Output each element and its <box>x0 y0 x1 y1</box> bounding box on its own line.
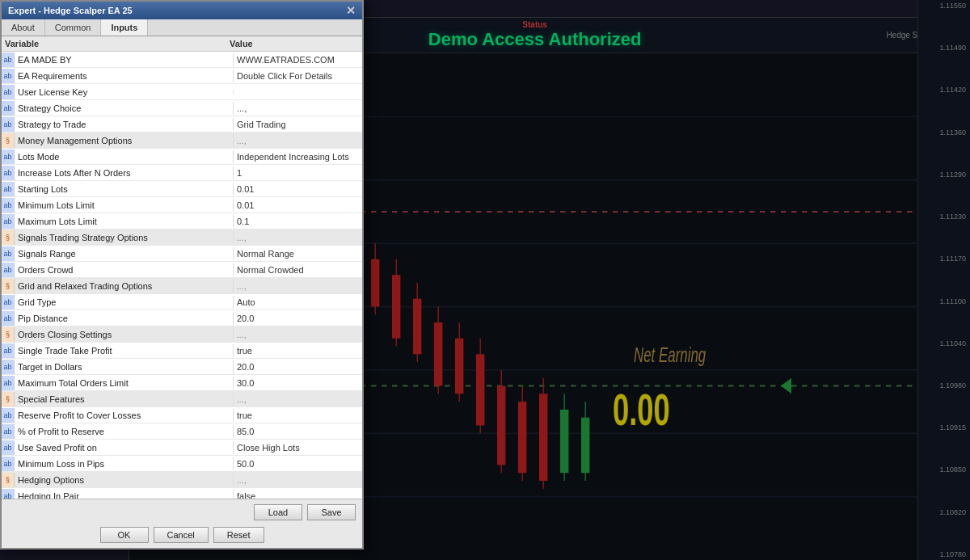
param-icon-14: § <box>2 279 15 293</box>
param-value-7[interactable]: 1 <box>233 166 362 179</box>
param-value-3[interactable]: ..., <box>233 102 362 115</box>
param-row-17[interactable]: §Orders Closing Settings..., <box>2 326 362 343</box>
tab-inputs[interactable]: Inputs <box>101 19 148 36</box>
param-row-2[interactable]: abUser License Key <box>2 84 362 100</box>
param-name-8: Starting Lots <box>15 183 233 196</box>
param-value-13[interactable]: Normal Crowded <box>233 263 362 276</box>
reset-button[interactable]: Reset <box>213 527 264 543</box>
param-row-6[interactable]: abLots ModeIndependent Increasing Lots <box>2 149 362 165</box>
param-value-25[interactable]: 50.0 <box>233 457 362 470</box>
param-name-26: Hedging Options <box>15 474 233 486</box>
param-row-11[interactable]: §Signals Trading Strategy Options..., <box>2 229 362 246</box>
param-icon-5: § <box>2 133 15 148</box>
param-row-20[interactable]: abMaximum Total Orders Limit30.0 <box>2 375 362 391</box>
param-name-21: Special Features <box>15 393 233 406</box>
ok-button[interactable]: OK <box>100 527 149 543</box>
param-icon-19: ab <box>2 360 15 374</box>
param-icon-24: ab <box>2 440 15 455</box>
param-value-18[interactable]: true <box>233 344 362 357</box>
param-row-22[interactable]: abReserve Profit to Cover Lossestrue <box>2 407 362 423</box>
load-button[interactable]: Load <box>254 504 302 520</box>
param-value-4[interactable]: Grid Trading <box>233 118 362 131</box>
param-row-26[interactable]: §Hedging Options..., <box>2 472 362 488</box>
param-name-23: % of Profit to Reserve <box>15 425 233 438</box>
param-icon-27: ab <box>2 489 15 499</box>
param-value-8[interactable]: 0.01 <box>233 183 362 196</box>
tab-about[interactable]: About <box>2 19 45 36</box>
param-name-5: Money Management Options <box>15 134 233 147</box>
param-name-19: Target in Dollars <box>15 360 233 373</box>
param-value-27[interactable]: false <box>233 490 362 499</box>
param-value-2[interactable] <box>233 91 362 94</box>
param-name-3: Strategy Choice <box>15 102 233 115</box>
param-value-0[interactable]: WWW.EATRADES.COM <box>233 53 362 66</box>
save-button[interactable]: Save <box>307 504 356 520</box>
param-row-9[interactable]: abMinimum Lots Limit0.01 <box>2 197 362 213</box>
param-value-5: ..., <box>233 134 362 147</box>
param-value-9[interactable]: 0.01 <box>233 199 362 212</box>
param-icon-20: ab <box>2 376 15 390</box>
param-row-27[interactable]: abHedging In Pairfalse <box>2 488 362 499</box>
param-row-12[interactable]: abSignals RangeNormal Range <box>2 246 362 262</box>
param-row-25[interactable]: abMinimum Loss in Pips50.0 <box>2 456 362 472</box>
dialog-title-text: Expert - Hedge Scalper EA 25 <box>8 6 133 15</box>
param-row-5[interactable]: §Money Management Options..., <box>2 133 362 149</box>
param-row-23[interactable]: ab% of Profit to Reserve85.0 <box>2 423 362 440</box>
param-row-21[interactable]: §Special Features..., <box>2 391 362 407</box>
expert-dialog: Expert - Hedge Scalper EA 25 ✕ About Com… <box>0 0 364 549</box>
param-name-7: Increase Lots After N Orders <box>15 166 233 179</box>
param-name-25: Minimum Loss in Pips <box>15 457 233 470</box>
param-icon-25: ab <box>2 457 15 471</box>
dialog-footer: Load Save OK Cancel Reset <box>2 499 362 548</box>
param-row-1[interactable]: abEA RequirementsDouble Click For Detail… <box>2 68 362 84</box>
param-name-11: Signals Trading Strategy Options <box>15 231 233 244</box>
param-name-15: Grid Type <box>15 296 233 309</box>
param-row-4[interactable]: abStrategy to TradeGrid Trading <box>2 116 362 133</box>
param-icon-26: § <box>2 473 15 487</box>
param-icon-0: ab <box>2 53 15 67</box>
param-row-16[interactable]: abPip Distance20.0 <box>2 310 362 326</box>
param-icon-8: ab <box>2 182 15 196</box>
param-name-10: Maximum Lots Limit <box>15 215 233 228</box>
param-value-17: ..., <box>233 328 362 341</box>
param-value-14: ..., <box>233 280 362 293</box>
tab-common[interactable]: Common <box>45 19 102 36</box>
param-value-16[interactable]: 20.0 <box>233 312 362 325</box>
param-row-19[interactable]: abTarget in Dollars20.0 <box>2 359 362 375</box>
param-value-1[interactable]: Double Click For Details <box>233 69 362 82</box>
param-name-22: Reserve Profit to Cover Losses <box>15 409 233 422</box>
param-icon-9: ab <box>2 198 15 213</box>
param-row-14[interactable]: §Grid and Relaxed Trading Options..., <box>2 278 362 294</box>
cancel-button[interactable]: Cancel <box>154 527 209 543</box>
param-value-24[interactable]: Close High Lots <box>233 441 362 454</box>
param-value-23[interactable]: 85.0 <box>233 425 362 438</box>
param-value-10[interactable]: 0.1 <box>233 215 362 228</box>
param-name-0: EA MADE BY <box>15 53 233 66</box>
param-icon-4: ab <box>2 117 15 132</box>
dialog-overlay: Expert - Hedge Scalper EA 25 ✕ About Com… <box>0 0 970 560</box>
param-name-14: Grid and Relaxed Trading Options <box>15 280 233 293</box>
param-name-24: Use Saved Profit on <box>15 441 233 454</box>
dialog-close-button[interactable]: ✕ <box>346 5 356 16</box>
param-row-3[interactable]: abStrategy Choice..., <box>2 100 362 116</box>
param-value-20[interactable]: 30.0 <box>233 377 362 389</box>
param-value-22[interactable]: true <box>233 409 362 422</box>
param-row-24[interactable]: abUse Saved Profit onClose High Lots <box>2 440 362 456</box>
param-row-13[interactable]: abOrders CrowdNormal Crowded <box>2 262 362 278</box>
params-list: abEA MADE BYWWW.EATRADES.COMabEA Require… <box>2 52 362 499</box>
param-name-16: Pip Distance <box>15 312 233 325</box>
param-value-15[interactable]: Auto <box>233 296 362 309</box>
param-value-12[interactable]: Normal Range <box>233 247 362 260</box>
param-name-20: Maximum Total Orders Limit <box>15 377 233 389</box>
param-name-2: User License Key <box>15 86 233 99</box>
param-icon-18: ab <box>2 343 15 358</box>
param-value-19[interactable]: 20.0 <box>233 360 362 373</box>
param-row-10[interactable]: abMaximum Lots Limit0.1 <box>2 213 362 229</box>
param-value-6[interactable]: Independent Increasing Lots <box>233 150 362 163</box>
param-row-8[interactable]: abStarting Lots0.01 <box>2 181 362 197</box>
param-row-0[interactable]: abEA MADE BYWWW.EATRADES.COM <box>2 52 362 68</box>
param-row-15[interactable]: abGrid TypeAuto <box>2 294 362 310</box>
param-icon-1: ab <box>2 69 15 83</box>
param-row-18[interactable]: abSingle Trade Take Profittrue <box>2 343 362 359</box>
param-row-7[interactable]: abIncrease Lots After N Orders1 <box>2 165 362 181</box>
